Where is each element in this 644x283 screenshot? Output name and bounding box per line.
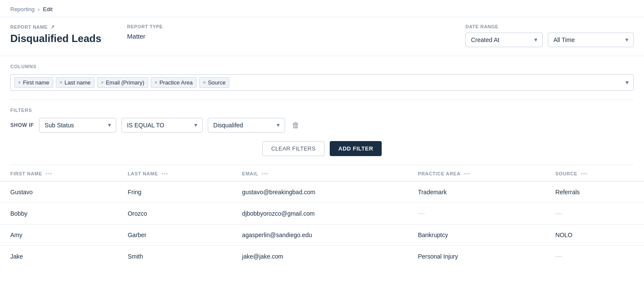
report-type-section: REPORT TYPE Matter (127, 24, 163, 40)
cell-last-name: Garber (117, 225, 231, 246)
cell-last-name: Fring (117, 181, 231, 203)
delete-filter-button[interactable]: 🗑 (290, 120, 301, 131)
column-tag-first-name: × First name (14, 77, 53, 88)
col-menu-email-icon[interactable]: ••• (262, 170, 269, 177)
cell-practice-area: Bankruptcy (407, 225, 545, 246)
table-body: Gustavo Fring gustavo@breakingbad.com Tr… (0, 181, 644, 267)
filters-row: SHOW IF Sub Status Status Practice Area … (10, 118, 634, 132)
breadcrumb: Reporting › Edit (0, 0, 644, 17)
cell-source: — (545, 246, 644, 268)
columns-section: COLUMNS × First name × Last name × Email… (10, 56, 634, 100)
add-filter-button[interactable]: ADD FILTER (330, 141, 382, 156)
filter-actions-row: CLEAR FILTERS ADD FILTER (10, 141, 634, 156)
table-container: FIRST NAME ••• LAST NAME ••• EMAIL ••• (0, 165, 644, 267)
filters-section: FILTERS SHOW IF Sub Status Status Practi… (10, 100, 634, 165)
cell-last-name: Orozco (117, 203, 231, 225)
filters-label: FILTERS (10, 108, 634, 113)
col-header-first-name: FIRST NAME ••• (0, 165, 117, 181)
cell-first-name: Bobby (0, 203, 117, 225)
breadcrumb-current: Edit (43, 6, 52, 12)
clear-filters-button[interactable]: CLEAR FILTERS (262, 141, 325, 156)
cell-email: gustavo@breakingbad.com (232, 181, 408, 203)
report-title: Disqualified Leads (10, 33, 101, 45)
cell-email: jake@jake.com (232, 246, 408, 268)
cell-source: NOLO (545, 225, 644, 246)
cell-practice-area: Personal Injury (407, 246, 545, 268)
filter-condition-select[interactable]: Sub Status Status Practice Area Source C… (39, 118, 116, 132)
cell-first-name: Amy (0, 225, 117, 246)
table-header-row: FIRST NAME ••• LAST NAME ••• EMAIL ••• (0, 165, 644, 181)
time-range-select[interactable]: All Time Today This Week This Month This… (548, 33, 634, 47)
remove-source-icon[interactable]: × (203, 80, 206, 85)
time-range-select-wrapper: All Time Today This Week This Month This… (548, 33, 634, 47)
column-tag-email: × Email (Primary) (97, 77, 148, 88)
col-menu-first-name-icon[interactable]: ••• (46, 170, 52, 177)
cell-email: djbobbyorozco@gmail.com (232, 203, 408, 225)
table-row: Jake Smith jake@jake.com Personal Injury… (0, 246, 644, 268)
breadcrumb-separator: › (38, 6, 39, 12)
columns-dropdown-arrow-icon[interactable]: ▼ (624, 79, 630, 86)
cell-source: — (545, 203, 644, 225)
date-range-select[interactable]: Created At Updated At Closed At (465, 33, 543, 47)
report-type-label: REPORT TYPE (127, 24, 163, 29)
remove-last-name-icon[interactable]: × (60, 80, 62, 85)
table-header: FIRST NAME ••• LAST NAME ••• EMAIL ••• (0, 165, 644, 181)
columns-row: × First name × Last name × Email (Primar… (10, 74, 634, 91)
filter-condition-wrapper: Sub Status Status Practice Area Source C… (39, 118, 116, 132)
table-row: Gustavo Fring gustavo@breakingbad.com Tr… (0, 181, 644, 203)
column-tag-practice-area: × Practice Area (151, 77, 197, 88)
col-menu-source-icon[interactable]: ••• (581, 170, 588, 177)
header: REPORT NAME ↗ Disqualified Leads REPORT … (0, 17, 644, 56)
breadcrumb-parent[interactable]: Reporting (10, 6, 34, 12)
date-range-group: DATE RANGE Created At Updated At Closed … (465, 24, 634, 47)
date-range-label: DATE RANGE (465, 24, 634, 29)
cell-first-name: Gustavo (0, 181, 117, 203)
date-range-select-wrapper: Created At Updated At Closed At ▼ (465, 33, 543, 47)
data-table: FIRST NAME ••• LAST NAME ••• EMAIL ••• (0, 165, 644, 267)
cell-first-name: Jake (0, 246, 117, 268)
report-name-label: REPORT NAME ↗ (10, 24, 101, 30)
table-row: Amy Garber agasperlin@sandiego.edu Bankr… (0, 225, 644, 246)
col-header-email: EMAIL ••• (232, 165, 408, 181)
filter-operator-wrapper: IS EQUAL TO IS NOT EQUAL TO CONTAINS DOE… (122, 118, 203, 132)
filter-value-select[interactable]: Disqualifed Pending Active Closed (208, 118, 285, 132)
remove-practice-area-icon[interactable]: × (155, 80, 157, 85)
col-header-practice-area: PRACTICE AREA ••• (407, 165, 545, 181)
column-tag-last-name: × Last name (56, 77, 94, 88)
table-row: Bobby Orozco djbobbyorozco@gmail.com — — (0, 203, 644, 225)
filter-operator-select[interactable]: IS EQUAL TO IS NOT EQUAL TO CONTAINS DOE… (122, 118, 203, 132)
col-header-last-name: LAST NAME ••• (117, 165, 231, 181)
cell-practice-area: — (407, 203, 545, 225)
remove-email-icon[interactable]: × (101, 80, 103, 85)
edit-icon[interactable]: ↗ (50, 24, 55, 30)
cell-practice-area: Trademark (407, 181, 545, 203)
cell-email: agasperlin@sandiego.edu (232, 225, 408, 246)
columns-label: COLUMNS (10, 64, 634, 69)
remove-first-name-icon[interactable]: × (18, 80, 21, 85)
show-if-label: SHOW IF (10, 122, 34, 128)
col-menu-practice-area-icon[interactable]: ••• (464, 170, 471, 177)
col-header-source: SOURCE ••• (545, 165, 644, 181)
col-menu-last-name-icon[interactable]: ••• (161, 170, 168, 177)
date-range-section: DATE RANGE Created At Updated At Closed … (465, 24, 634, 47)
cell-source: Referrals (545, 181, 644, 203)
column-tag-source: × Source (199, 77, 230, 88)
cell-last-name: Smith (117, 246, 231, 268)
report-type-value: Matter (127, 33, 163, 40)
filter-value-wrapper: Disqualifed Pending Active Closed ▼ (208, 118, 285, 132)
report-name-section: REPORT NAME ↗ Disqualified Leads (10, 24, 101, 45)
